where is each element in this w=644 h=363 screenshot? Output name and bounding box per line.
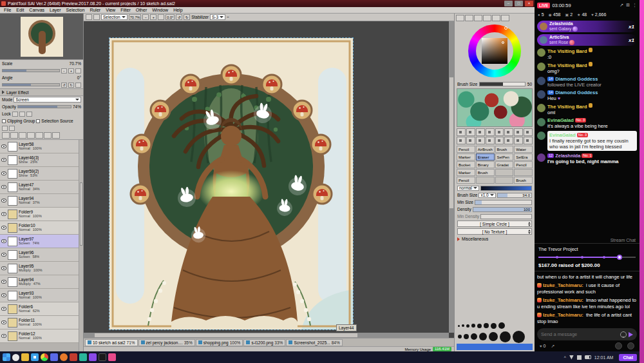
rotate-ccw-button[interactable]: ↺ (61, 83, 67, 88)
menu-help[interactable]: Help (171, 8, 185, 12)
taskbar-app-icon[interactable] (89, 353, 97, 361)
chat-message[interactable]: The Visiting Bardomg? (537, 62, 637, 74)
tray-expand-icon[interactable]: ^ (564, 355, 566, 360)
menu-filter[interactable]: Filter (118, 8, 133, 12)
search-button[interactable] (12, 354, 19, 361)
lasso-icon[interactable] (466, 128, 475, 136)
taskbar-edge-icon[interactable] (31, 353, 39, 361)
brush-size-slider[interactable] (479, 82, 525, 86)
tool-slot-empty[interactable] (495, 177, 514, 184)
brush-texture-dropdown[interactable]: [ No Texture ] (457, 228, 532, 235)
selection-mode-icon[interactable] (86, 14, 92, 20)
size-preset-dot[interactable] (471, 324, 475, 328)
chat-username[interactable]: Diamond Goddess (555, 90, 598, 95)
taskbar-file-explorer-icon[interactable] (21, 353, 29, 361)
layer-row[interactable]: Layer96Screen58% (0, 248, 79, 262)
layer-list-scrollbar[interactable] (79, 140, 83, 351)
miscellaneous-header[interactable]: Miscellaneous (455, 235, 535, 242)
tool-marker[interactable]: Marker (457, 153, 475, 161)
artwork-canvas[interactable] (109, 38, 353, 329)
size-preset-dot[interactable] (462, 324, 464, 327)
chat-username[interactable]: Diamond Goddess (555, 76, 598, 82)
opacity-slider[interactable] (17, 105, 71, 108)
chat-message[interactable]: 12ZelashnidaNo. 1I'm going to bed, night… (537, 153, 637, 164)
rotate-cw-button[interactable]: ↻ (184, 14, 190, 20)
visibility-eye-icon[interactable] (1, 334, 6, 338)
document-tab[interactable]: s-l1200.png33% (243, 339, 285, 346)
layer-row-selected[interactable]: Layer97Screen74% (0, 235, 79, 248)
eraser-icon[interactable] (504, 137, 513, 144)
chat-message[interactable]: Izuke_Tachimaru: lmao what happened to u… (537, 297, 637, 309)
chat-username[interactable]: The Visiting Bard (547, 104, 587, 110)
size-preset-dot[interactable] (477, 324, 482, 328)
layer-row[interactable]: Layer94Multiply47% (0, 275, 79, 289)
layer-row[interactable]: Layer46(3)Shine25% (0, 153, 79, 167)
canvas-page[interactable] (109, 38, 353, 329)
stabilizer-dropdown[interactable]: S-3 (210, 14, 225, 20)
new-folder-button[interactable] (10, 132, 18, 139)
tool-slot-empty[interactable] (476, 177, 495, 184)
menu-edit[interactable]: Edit (14, 8, 26, 12)
gift-notification[interactable]: Zelashnida sent Galaxy x1 (537, 21, 637, 32)
lock-opacity-icon[interactable] (12, 112, 18, 117)
chat-username[interactable]: EvinaGalad (547, 117, 574, 123)
visibility-eye-icon[interactable] (1, 280, 6, 284)
tool-slot-empty[interactable] (495, 169, 514, 176)
layer-row[interactable]: Layer58Normal100% (0, 140, 79, 153)
horizontal-scrollbar[interactable] (84, 333, 449, 338)
selection-tool-dropdown[interactable]: Selection (101, 14, 128, 20)
emoji-icon[interactable] (620, 331, 627, 338)
lock-position-icon[interactable] (26, 112, 32, 117)
battery-icon[interactable] (585, 355, 591, 359)
new-mask-button[interactable] (19, 132, 26, 139)
hand-icon[interactable] (514, 128, 523, 136)
layer-effect-header[interactable]: Layer Effect (0, 88, 83, 96)
tool-slot-empty[interactable] (514, 169, 533, 176)
zoom-in-button[interactable]: + (150, 14, 156, 20)
rotate-cw-button[interactable]: ↻ (68, 83, 74, 88)
new-layer-button[interactable] (2, 132, 10, 139)
visibility-eye-icon[interactable] (1, 266, 6, 270)
tool-bucket[interactable]: Bucket (457, 161, 475, 168)
taskbar-app-icon[interactable] (108, 353, 116, 361)
menu-file[interactable]: File (1, 8, 14, 12)
tool-water[interactable]: Water (514, 146, 533, 153)
zoom-in-button[interactable]: + (68, 68, 74, 74)
navigator-panel[interactable] (0, 14, 83, 60)
chat-username[interactable]: Izuke_Tachimaru: (543, 297, 583, 303)
taskbar-app-icon[interactable] (79, 353, 87, 361)
ruler-effect-icon[interactable] (9, 126, 15, 131)
gift-button[interactable] (615, 342, 622, 349)
more-button[interactable] (627, 342, 634, 349)
gift-sender[interactable]: ArticSiva (549, 35, 569, 39)
share-icon[interactable]: ↗ (620, 3, 623, 8)
taskbar-clock[interactable]: 12:01 AM (594, 355, 614, 360)
close-button[interactable]: × (525, 1, 533, 6)
more-options-icon[interactable]: ⋮ (632, 3, 637, 8)
navigator-thumbnail[interactable] (21, 17, 63, 57)
canvas-area[interactable]: Layer44 (84, 21, 454, 338)
tool-eraser-selected[interactable]: Eraser (476, 153, 495, 161)
brush-size-setting-slider[interactable]: 34.0 (497, 193, 532, 198)
move-icon[interactable] (486, 128, 495, 136)
chat-message[interactable]: EvinaGaladNo. 3it's always a vibe being … (537, 117, 637, 129)
layer-row[interactable]: Layer59(2)Shine53% (0, 167, 79, 181)
size-preset-dot[interactable] (500, 331, 511, 342)
size-preset-dot[interactable] (513, 331, 525, 343)
document-tab[interactable]: 10 sketch ad.sai271% (85, 339, 138, 346)
vertical-scrollbar[interactable] (449, 21, 454, 333)
blend-dropdown[interactable]: normal (457, 186, 479, 191)
chat-input-bar[interactable] (537, 328, 637, 340)
title-bar[interactable]: PaintTool SAI Ver.2 (64bit) Preview.2017… (0, 0, 535, 7)
size-preset-dot[interactable] (498, 322, 505, 329)
size-preset-dot[interactable] (489, 332, 498, 341)
chat-message[interactable]: The Visiting Bardoml (537, 103, 637, 115)
watercolor-icon[interactable] (486, 137, 495, 144)
chat-username[interactable]: Izuke_Tachimaru: (543, 282, 583, 288)
selpen-icon[interactable] (514, 137, 523, 144)
delete-layer-button[interactable] (52, 132, 60, 139)
rotate-icon[interactable] (504, 128, 513, 136)
menu-view[interactable]: View (103, 8, 118, 12)
tool-binary[interactable]: Binary (476, 161, 495, 168)
merge-layer-button[interactable] (35, 132, 43, 139)
